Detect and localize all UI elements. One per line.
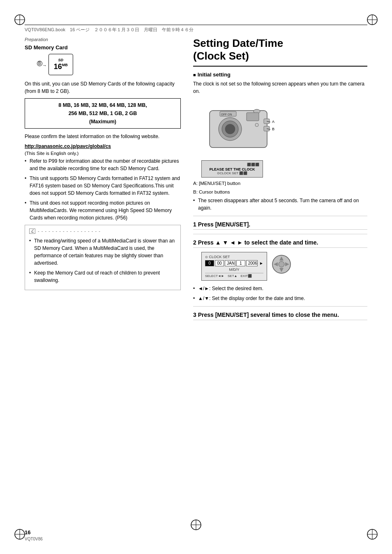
preparation-label: Preparation <box>25 37 181 42</box>
step2-header: 2 Press ▲ ▼ ◄ ► to select the date and t… <box>193 239 367 248</box>
clock-footer: SELECT◄► SET▲ EXIT⬛ <box>205 273 263 278</box>
note-bullet-2: Keep the Memory Card out of reach of chi… <box>29 269 176 284</box>
note-bullet-1: The reading/writing speed of a MultiMedi… <box>29 237 176 267</box>
clock-cell-5: 2006 <box>246 260 258 266</box>
sd-card-box: SD 16MB <box>48 54 73 75</box>
label-b: B: Cursor buttons <box>193 189 367 196</box>
svg-text:A: A <box>272 120 274 124</box>
note-icon: ℒ <box>29 229 35 234</box>
page-code: VQT0V86 <box>25 537 43 541</box>
please-set-title: ⬛⬛⬛ <box>205 163 259 166</box>
corner-mark-br <box>365 527 380 542</box>
camera-diagram: OFF ON A B <box>197 98 367 157</box>
capacity-text: 8 MB, 16 MB, 32 MB, 64 MB, 128 MB, 256 M… <box>58 102 147 125</box>
clock-footer-set: SET▲ <box>228 274 237 278</box>
label-a: A: [MENU/SET] button <box>193 180 367 187</box>
bottom-center-mark <box>189 517 203 533</box>
capacity-box: 8 MB, 16 MB, 32 MB, 64 MB, 128 MB, 256 M… <box>25 98 181 129</box>
sd-unit: MB <box>62 63 68 67</box>
sd-size: 16MB <box>54 62 68 71</box>
step1-header: 1 Press [MENU/SET]. <box>193 221 367 230</box>
bullet-item-1: Refer to P99 for information about the n… <box>25 157 181 172</box>
clock-footer-exit: EXIT⬛ <box>240 274 252 278</box>
divider-1 <box>193 216 367 216</box>
svg-point-26 <box>255 123 258 127</box>
bullet-item-3: This unit does not support recording mot… <box>25 199 181 222</box>
english-only-text: (This Site is English only.) <box>25 151 181 156</box>
page-content: Preparation SD Memory Card B→ SD 16MB On… <box>25 37 367 521</box>
right-column: Setting Date/Time(Clock Set) Initial set… <box>193 37 367 521</box>
left-column: Preparation SD Memory Card B→ SD 16MB On… <box>25 37 181 521</box>
clock-arrow: ► <box>259 261 263 265</box>
header-bar: VQT0V86ENG.book 16 ページ ２００６年１月３０日 月曜日 午前… <box>25 25 367 33</box>
svg-point-15 <box>225 124 235 134</box>
svg-point-32 <box>279 261 284 267</box>
note-box: ℒ - - - - - - - - - - - - - - - - - - Th… <box>25 225 181 290</box>
sd-logo-label: SD <box>58 58 63 62</box>
clock-cell-1: 0 <box>205 260 214 266</box>
page-number: 16 <box>25 529 30 536</box>
bullet-ud: ▲/▼: Set the display order for the date … <box>193 295 367 302</box>
clock-diagram: ⊙ CLOCK SET 0 00 JAN 1 2006 ► M/D/Y SELE… <box>201 252 292 281</box>
sd-body-text: On this unit, you can use SD Memory Card… <box>25 80 181 95</box>
initial-setting-heading: Initial setting <box>193 72 367 78</box>
step3-header: 3 Press [MENU/SET] several times to clos… <box>193 312 367 320</box>
divider-3 <box>193 306 367 307</box>
divider-2 <box>193 234 367 234</box>
please-set-sub: ⊙CLOCK SET ⬛⬛ <box>205 171 259 175</box>
svg-rect-25 <box>247 113 259 121</box>
b-label: B→ <box>37 61 47 68</box>
b-circle: B <box>37 61 42 66</box>
sd-section-title: SD Memory Card <box>25 44 181 51</box>
page-title: Setting Date/Time(Clock Set) <box>193 37 367 67</box>
note-dashes: - - - - - - - - - - - - - - - - - - <box>38 229 101 233</box>
header-text: VQT0V86ENG.book 16 ページ ２００６年１月３０日 月曜日 午前… <box>25 27 194 33</box>
confirm-text: Please confirm the latest information on… <box>25 133 181 140</box>
website-link: http://panasonic.co.jp/pavc/global/cs <box>25 143 181 149</box>
clock-row: 0 00 JAN 1 2006 ► <box>205 260 263 266</box>
clock-screen-title: ⊙ CLOCK SET <box>205 255 263 259</box>
bullet-item-2: This unit supports SD Memory Cards forma… <box>25 175 181 197</box>
dpad-icon <box>271 254 292 275</box>
please-set-text: PLEASE SET THE CLOCK <box>205 167 259 171</box>
initial-body-text: The clock is not set so the following sc… <box>193 80 367 95</box>
svg-text:B: B <box>272 127 274 131</box>
please-set-box: ⬛⬛⬛ PLEASE SET THE CLOCK ⊙CLOCK SET ⬛⬛ <box>201 160 263 178</box>
screen-bullet: The screen disappears after about 5 seco… <box>193 197 367 212</box>
clock-cell-2: 00 <box>215 260 224 266</box>
clock-cell-3: JAN <box>225 260 235 266</box>
page-footer: 16 VQT0V86 <box>25 529 43 542</box>
clock-footer-select: SELECT◄► <box>205 274 224 278</box>
svg-text:OFF ON: OFF ON <box>221 113 232 116</box>
sd-card-diagram: B→ SD 16MB <box>37 54 181 75</box>
clock-cell-4: 1 <box>236 260 245 266</box>
bullet-lr: ◄/►: Select the desired item. <box>193 285 367 292</box>
clock-screen: ⊙ CLOCK SET 0 00 JAN 1 2006 ► M/D/Y SELE… <box>201 252 267 281</box>
clock-mdy: M/D/Y <box>205 268 263 272</box>
